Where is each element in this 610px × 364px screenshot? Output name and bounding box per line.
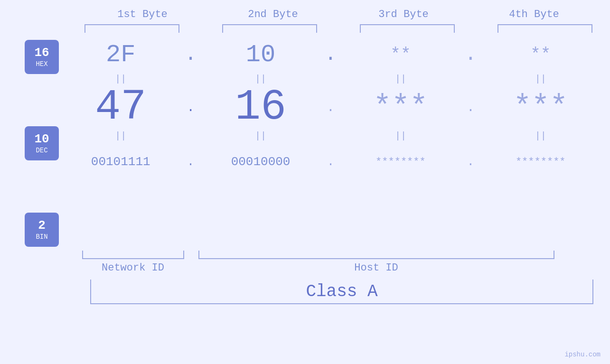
dec-badge-label: DEC xyxy=(36,147,47,154)
dec-cell-2: 16 xyxy=(213,86,308,129)
bin-cell-4: ******** xyxy=(493,156,588,168)
byte-labels-row: 1st Byte 2nd Byte 3rd Byte 4th Byte xyxy=(77,9,600,20)
dec-value-2: 16 xyxy=(235,83,286,131)
hex-badge-wrapper: 16 HEX xyxy=(23,40,61,74)
top-bracket-row xyxy=(77,24,600,33)
network-id-label: Network ID xyxy=(82,262,184,274)
hex-value-2: 10 xyxy=(246,41,275,69)
bin-badge-wrapper: 2 BIN xyxy=(23,213,61,247)
bin-badge: 2 BIN xyxy=(25,213,59,247)
dec-dot-2: . xyxy=(323,100,338,115)
data-column: 2F . 10 . ** . ** || || xyxy=(66,37,596,247)
class-banner: Class A xyxy=(90,280,593,304)
hex-value-4: ** xyxy=(530,45,551,65)
eq2-4: || xyxy=(493,131,588,141)
hex-cell-4: ** xyxy=(493,45,588,65)
bracket-top-1 xyxy=(84,24,179,33)
eq2-3: || xyxy=(353,131,448,141)
bracket-bottom-host xyxy=(198,251,554,259)
hex-badge-label: HEX xyxy=(36,60,47,68)
host-id-label: Host ID xyxy=(198,262,554,274)
hex-badge-number: 16 xyxy=(34,46,49,60)
bin-value-3: ******** xyxy=(375,156,426,168)
bin-cell-1: 00101111 xyxy=(73,155,168,169)
dec-badge-number: 10 xyxy=(34,132,49,146)
bracket-top-4 xyxy=(497,24,592,33)
hex-value-3: ** xyxy=(390,45,411,65)
dec-badge-wrapper: 10 DEC xyxy=(23,126,61,160)
byte-label-2: 2nd Byte xyxy=(216,9,330,20)
bin-value-2: 00010000 xyxy=(231,155,291,169)
dec-dot-1: . xyxy=(184,100,198,115)
bin-badge-label: BIN xyxy=(36,233,47,241)
bracket-bottom-network xyxy=(82,251,184,259)
spacer-dec-bin xyxy=(23,160,61,213)
hex-cell-1: 2F xyxy=(73,41,168,69)
main-container: 1st Byte 2nd Byte 3rd Byte 4th Byte 16 H… xyxy=(0,0,610,364)
dec-value-3: *** xyxy=(373,90,428,124)
eq-row-2: || || || || xyxy=(66,129,596,143)
bin-cell-2: 00010000 xyxy=(213,155,308,169)
bin-cell-3: ******** xyxy=(353,156,448,168)
dec-badge: 10 DEC xyxy=(25,126,59,160)
hex-badge: 16 HEX xyxy=(25,40,59,74)
dec-dot-3: . xyxy=(463,100,478,115)
eq-3: || xyxy=(353,74,448,84)
bin-dot-3: . xyxy=(463,155,478,169)
bin-value-4: ******** xyxy=(516,156,566,168)
eq-4: || xyxy=(493,74,588,84)
spacer-hex-dec xyxy=(23,74,61,126)
dec-cell-3: *** xyxy=(353,92,448,122)
badges-column: 16 HEX 10 DEC 2 BIN xyxy=(23,37,61,247)
hex-row: 2F . 10 . ** . ** xyxy=(66,37,596,72)
dec-cell-1: 47 xyxy=(73,86,168,129)
bin-dot-2: . xyxy=(323,155,338,169)
content-area: 16 HEX 10 DEC 2 BIN xyxy=(0,37,610,247)
dec-cell-4: *** xyxy=(493,92,588,122)
watermark: ipshu.com xyxy=(564,351,601,358)
byte-label-4: 4th Byte xyxy=(477,9,591,20)
bin-dot-1: . xyxy=(184,155,198,169)
hex-cell-3: ** xyxy=(353,45,448,65)
bracket-top-2 xyxy=(222,24,317,33)
bin-badge-number: 2 xyxy=(38,219,46,233)
hex-dot-2: . xyxy=(323,45,338,65)
dec-value-4: *** xyxy=(513,90,568,124)
eq2-1: || xyxy=(73,131,168,141)
label-gap xyxy=(184,262,198,274)
dec-value-1: 47 xyxy=(95,83,146,131)
bin-value-1: 00101111 xyxy=(91,155,150,169)
hex-dot-1: . xyxy=(184,45,198,65)
hex-dot-3: . xyxy=(463,45,478,65)
segment-labels-row: Network ID Host ID xyxy=(82,262,604,274)
class-label: Class A xyxy=(306,282,377,301)
bracket-top-3 xyxy=(360,24,455,33)
eq2-2: || xyxy=(213,131,308,141)
hex-cell-2: 10 xyxy=(213,41,308,69)
byte-label-1: 1st Byte xyxy=(85,9,199,20)
byte-label-3: 3rd Byte xyxy=(347,9,460,20)
dec-row: 47 . 16 . *** . *** xyxy=(66,86,596,129)
bin-row: 00101111 . 00010000 . ******** . *******… xyxy=(66,148,596,176)
bottom-bracket-row xyxy=(82,251,604,259)
hex-value-1: 2F xyxy=(106,41,135,69)
